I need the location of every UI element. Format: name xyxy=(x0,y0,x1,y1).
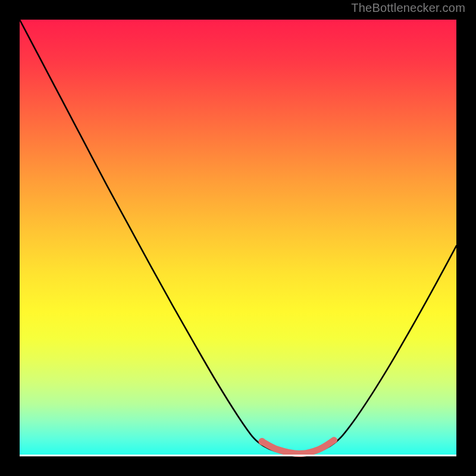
sweet-spot-highlight xyxy=(262,440,334,454)
baseline xyxy=(20,455,456,456)
plot-area xyxy=(20,20,456,456)
bottleneck-curve xyxy=(20,20,456,453)
chart-svg xyxy=(20,20,456,456)
chart-frame: TheBottlenecker.com xyxy=(0,0,476,476)
attribution-text: TheBottlenecker.com xyxy=(351,1,465,15)
sweet-spot-dot xyxy=(258,438,265,445)
